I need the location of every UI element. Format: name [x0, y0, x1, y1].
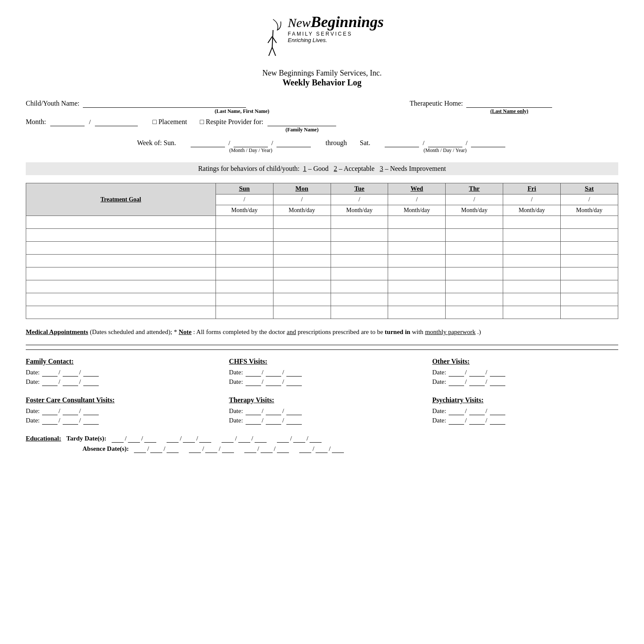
therapy-date-1: Date: / / — [229, 407, 415, 415]
rating-1-label: – Good — [308, 165, 329, 172]
child-name-group: Child/Youth Name: (Last Name, First Name… — [26, 100, 401, 115]
psychiatry-date-2: Date: / / — [432, 417, 618, 425]
chfs-date-1: Date: / / — [229, 369, 415, 377]
family-date-2: Date: / / — [26, 378, 212, 386]
medical-text5: .) — [477, 328, 481, 335]
respite-label: □ Respite Provider for: — [200, 118, 264, 126]
rating-2-label: – Acceptable — [339, 165, 374, 172]
medical-heading: Medical Appointments — [26, 328, 88, 335]
thr-monthday: Month/day — [446, 205, 503, 216]
absence-date-2: / / — [189, 445, 234, 453]
sat-month[interactable] — [385, 140, 419, 147]
medical-turned-in: turned in — [385, 328, 410, 335]
month-year-value[interactable] — [95, 118, 138, 126]
table-row — [26, 255, 618, 267]
therapeutic-label: Therapeutic Home: — [410, 100, 463, 107]
company-name: New Beginnings Family Services, Inc. — [26, 69, 618, 78]
month-value[interactable] — [50, 118, 85, 126]
respite-sublabel: (Family Name) — [266, 127, 338, 133]
fri-monthday: Month/day — [503, 205, 561, 216]
other-visits-col: Other Visits: Date: / / Date: / / — [432, 358, 618, 388]
medical-text1: (Dates scheduled and attended); * — [90, 328, 177, 335]
absence-dates-label: Absence Date(s): — [82, 445, 129, 453]
ratings-note: Ratings for behaviors of child/youth: 1 … — [26, 162, 618, 175]
logo-name-row: New Beginnings — [288, 13, 383, 31]
wed-slash: / — [388, 194, 446, 205]
thr-slash: / — [446, 194, 503, 205]
mon-slash: / — [273, 194, 331, 205]
child-sublabel: (Last Name, First Name) — [83, 108, 401, 115]
name-home-row: Child/Youth Name: (Last Name, First Name… — [26, 100, 618, 115]
medical-text3: prescriptions prescribed are to be — [298, 328, 385, 335]
sat-monthday: Month/day — [561, 205, 618, 216]
sun-month[interactable] — [191, 140, 225, 147]
foster-care-heading: Foster Care Consultant Visits: — [26, 396, 212, 404]
rating-1: 1 — [303, 165, 307, 172]
other-date-2: Date: / / — [432, 378, 618, 386]
absence-fields: / / / / / / / / — [134, 445, 344, 453]
treatment-goal-header: Treatment Goal — [26, 183, 216, 216]
rating-3: 3 — [380, 165, 383, 172]
therapeutic-home-underline[interactable] — [466, 100, 552, 108]
sat-slash-2: / — [561, 194, 618, 205]
sun-header: Sun — [216, 183, 273, 194]
sat-label-sub: (Month / Day / Year) — [423, 147, 466, 154]
foster-date-1: Date: / / — [26, 407, 212, 415]
respite-group: □ Respite Provider for: (Family Name) — [200, 118, 618, 133]
tardy-date-1: / / — [112, 435, 156, 443]
logo-beginnings-text: Beginnings — [311, 13, 384, 31]
absence-date-3: / / — [244, 445, 289, 453]
sat-day[interactable] — [428, 140, 462, 147]
week-row: Week of: Sun. / / (Month / Day / Year) t… — [26, 139, 618, 154]
svg-line-0 — [272, 30, 273, 47]
mon-header: Mon — [273, 183, 331, 194]
tue-slash: / — [331, 194, 388, 205]
therapy-visits-col: Therapy Visits: Date: / / Date: / / — [229, 396, 415, 426]
table-row — [26, 229, 618, 242]
table-row — [26, 306, 618, 319]
chfs-visits-col: CHFS Visits: Date: / / Date: / / — [229, 358, 415, 388]
bottom-section: Educational: Tardy Date(s): / / / / / / … — [26, 435, 618, 453]
chfs-heading: CHFS Visits: — [229, 358, 415, 365]
sat-label: Sat. — [360, 139, 370, 147]
child-label: Child/Youth Name: — [26, 100, 79, 107]
other-heading: Other Visits: — [432, 358, 618, 365]
medical-appointments-note: Medical Appointments (Dates scheduled an… — [26, 327, 618, 337]
sun-year[interactable] — [276, 140, 311, 147]
sun-day[interactable] — [234, 140, 268, 147]
table-row — [26, 293, 618, 306]
chfs-date-2: Date: / / — [229, 378, 415, 386]
month-group: Month: / — [26, 118, 140, 126]
table-row — [26, 242, 618, 255]
divider-line-2 — [26, 349, 618, 350]
logo-figure-svg — [260, 17, 286, 64]
psychiatry-date-1: Date: / / — [432, 407, 618, 415]
absence-row: Absence Date(s): / / / / / / / / — [26, 445, 618, 453]
absence-date-1: / / — [134, 445, 179, 453]
month-label: Month: — [26, 118, 46, 126]
child-name-underline[interactable] — [83, 100, 246, 108]
sun-monthday: Month/day — [216, 205, 273, 216]
foster-date-2: Date: / / — [26, 417, 212, 425]
logo-main: New Beginnings FAMILY SERVICES Enriching… — [260, 13, 383, 64]
educational-label: Educational: — [26, 435, 61, 442]
placement-label: □ Placement — [152, 118, 187, 126]
tardy-date-3: / / — [222, 435, 266, 443]
divider-line-1 — [26, 345, 618, 345]
respite-name-field[interactable] — [267, 118, 336, 126]
medical-and: and — [287, 328, 296, 335]
rating-3-label: – Needs Improvement — [385, 165, 446, 172]
table-row — [26, 280, 618, 293]
mon-monthday: Month/day — [273, 205, 331, 216]
sat-year[interactable] — [471, 140, 505, 147]
fri-header: Fri — [503, 183, 561, 194]
rating-2: 2 — [334, 165, 337, 172]
month-placement-row: Month: / □ Placement □ Respite Provider … — [26, 118, 618, 133]
therapeutic-home-group: Therapeutic Home: (Last Name only) — [410, 100, 618, 115]
medical-text4: with — [412, 328, 425, 335]
tardy-dates-label: Tardy Date(s): — [67, 435, 106, 442]
therapeutic-sublabel: (Last Name only) — [466, 108, 552, 115]
family-date-1: Date: / / — [26, 369, 212, 377]
absence-date-4: / / — [299, 445, 344, 453]
fri-slash: / — [503, 194, 561, 205]
